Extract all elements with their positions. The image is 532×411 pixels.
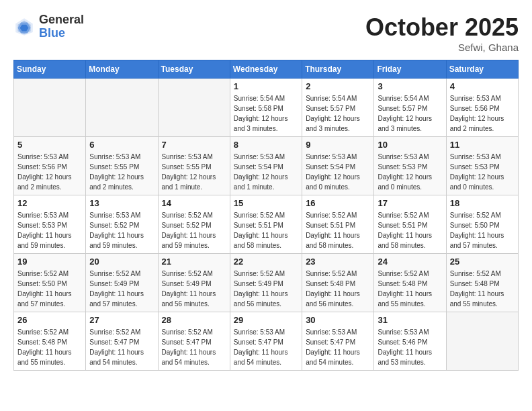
day-number: 6 — [89, 140, 154, 150]
day-number: 21 — [162, 257, 226, 267]
calendar-cell: 15Sunrise: 5:52 AMSunset: 5:51 PMDayligh… — [230, 195, 302, 254]
calendar-cell: 8Sunrise: 5:53 AMSunset: 5:54 PMDaylight… — [230, 137, 302, 195]
weekday-header: Monday — [86, 60, 158, 79]
logo: General Blue — [13, 13, 84, 40]
day-number: 3 — [378, 81, 442, 91]
day-info: Sunrise: 5:53 AMSunset: 5:56 PMDaylight:… — [17, 152, 82, 192]
weekday-header: Tuesday — [158, 60, 230, 79]
day-number: 7 — [162, 140, 226, 150]
day-number: 4 — [450, 81, 515, 91]
day-number: 5 — [17, 140, 82, 150]
logo-text: General Blue — [39, 13, 84, 40]
month-title: October 2025 — [365, 13, 519, 42]
calendar-cell: 20Sunrise: 5:52 AMSunset: 5:49 PMDayligh… — [86, 254, 158, 312]
day-number: 11 — [450, 140, 515, 150]
calendar-cell: 5Sunrise: 5:53 AMSunset: 5:56 PMDaylight… — [14, 137, 86, 195]
calendar-cell: 3Sunrise: 5:54 AMSunset: 5:57 PMDaylight… — [374, 79, 446, 137]
day-info: Sunrise: 5:52 AMSunset: 5:48 PMDaylight:… — [17, 327, 82, 367]
calendar-week-row: 12Sunrise: 5:53 AMSunset: 5:53 PMDayligh… — [14, 195, 519, 254]
day-info: Sunrise: 5:54 AMSunset: 5:57 PMDaylight:… — [378, 93, 442, 134]
calendar-cell: 2Sunrise: 5:54 AMSunset: 5:57 PMDaylight… — [302, 79, 374, 137]
day-number: 20 — [89, 257, 154, 267]
day-info: Sunrise: 5:52 AMSunset: 5:52 PMDaylight:… — [162, 210, 226, 250]
weekday-header: Sunday — [14, 60, 86, 79]
calendar-cell — [14, 79, 86, 137]
calendar-cell: 23Sunrise: 5:52 AMSunset: 5:48 PMDayligh… — [302, 254, 374, 312]
day-info: Sunrise: 5:53 AMSunset: 5:55 PMDaylight:… — [162, 152, 226, 192]
location: Sefwi, Ghana — [365, 42, 519, 53]
day-number: 19 — [17, 257, 82, 267]
day-info: Sunrise: 5:52 AMSunset: 5:51 PMDaylight:… — [306, 210, 370, 250]
calendar-cell: 21Sunrise: 5:52 AMSunset: 5:49 PMDayligh… — [158, 254, 230, 312]
day-number: 28 — [162, 315, 226, 325]
logo-blue: Blue — [39, 26, 65, 40]
day-info: Sunrise: 5:52 AMSunset: 5:51 PMDaylight:… — [378, 210, 442, 250]
day-number: 29 — [234, 315, 298, 325]
day-number: 24 — [378, 257, 442, 267]
day-info: Sunrise: 5:52 AMSunset: 5:50 PMDaylight:… — [450, 210, 515, 250]
calendar-cell: 12Sunrise: 5:53 AMSunset: 5:53 PMDayligh… — [14, 195, 86, 254]
day-info: Sunrise: 5:52 AMSunset: 5:51 PMDaylight:… — [234, 210, 298, 250]
day-number: 10 — [378, 140, 442, 150]
calendar-cell: 6Sunrise: 5:53 AMSunset: 5:55 PMDaylight… — [86, 137, 158, 195]
day-number: 22 — [234, 257, 298, 267]
day-number: 14 — [162, 198, 226, 208]
calendar-cell: 27Sunrise: 5:52 AMSunset: 5:47 PMDayligh… — [86, 312, 158, 371]
day-info: Sunrise: 5:54 AMSunset: 5:58 PMDaylight:… — [234, 93, 298, 134]
day-number: 27 — [89, 315, 154, 325]
logo-general: General — [39, 13, 84, 26]
page-header: General Blue October 2025 Sefwi, Ghana — [13, 13, 519, 53]
day-number: 1 — [234, 81, 298, 91]
day-number: 26 — [17, 315, 82, 325]
calendar-cell: 25Sunrise: 5:52 AMSunset: 5:48 PMDayligh… — [446, 254, 518, 312]
day-info: Sunrise: 5:52 AMSunset: 5:48 PMDaylight:… — [306, 269, 370, 309]
day-info: Sunrise: 5:53 AMSunset: 5:52 PMDaylight:… — [89, 210, 154, 250]
calendar-week-row: 19Sunrise: 5:52 AMSunset: 5:50 PMDayligh… — [14, 254, 519, 312]
day-number: 17 — [378, 198, 442, 208]
day-number: 2 — [306, 81, 370, 91]
calendar-cell: 1Sunrise: 5:54 AMSunset: 5:58 PMDaylight… — [230, 79, 302, 137]
calendar-cell — [158, 79, 230, 137]
calendar-cell: 18Sunrise: 5:52 AMSunset: 5:50 PMDayligh… — [446, 195, 518, 254]
day-number: 12 — [17, 198, 82, 208]
day-info: Sunrise: 5:53 AMSunset: 5:53 PMDaylight:… — [378, 152, 442, 192]
calendar-table: SundayMondayTuesdayWednesdayThursdayFrid… — [13, 60, 519, 371]
calendar-cell: 10Sunrise: 5:53 AMSunset: 5:53 PMDayligh… — [374, 137, 446, 195]
day-info: Sunrise: 5:52 AMSunset: 5:49 PMDaylight:… — [234, 269, 298, 309]
day-info: Sunrise: 5:53 AMSunset: 5:54 PMDaylight:… — [234, 152, 298, 192]
calendar-week-row: 26Sunrise: 5:52 AMSunset: 5:48 PMDayligh… — [14, 312, 519, 371]
calendar-cell: 26Sunrise: 5:52 AMSunset: 5:48 PMDayligh… — [14, 312, 86, 371]
day-info: Sunrise: 5:53 AMSunset: 5:56 PMDaylight:… — [450, 93, 515, 134]
weekday-header: Saturday — [446, 60, 518, 79]
calendar-cell — [86, 79, 158, 137]
calendar-week-row: 5Sunrise: 5:53 AMSunset: 5:56 PMDaylight… — [14, 137, 519, 195]
day-number: 8 — [234, 140, 298, 150]
logo-icon — [13, 16, 35, 38]
calendar-cell: 30Sunrise: 5:53 AMSunset: 5:47 PMDayligh… — [302, 312, 374, 371]
day-info: Sunrise: 5:53 AMSunset: 5:53 PMDaylight:… — [450, 152, 515, 192]
day-info: Sunrise: 5:53 AMSunset: 5:46 PMDaylight:… — [378, 327, 442, 367]
day-info: Sunrise: 5:52 AMSunset: 5:48 PMDaylight:… — [378, 269, 442, 309]
day-info: Sunrise: 5:52 AMSunset: 5:50 PMDaylight:… — [17, 269, 82, 309]
day-info: Sunrise: 5:52 AMSunset: 5:49 PMDaylight:… — [162, 269, 226, 309]
calendar-cell: 11Sunrise: 5:53 AMSunset: 5:53 PMDayligh… — [446, 137, 518, 195]
day-number: 31 — [378, 315, 442, 325]
day-info: Sunrise: 5:53 AMSunset: 5:47 PMDaylight:… — [306, 327, 370, 367]
weekday-header: Wednesday — [230, 60, 302, 79]
day-number: 18 — [450, 198, 515, 208]
calendar-cell: 29Sunrise: 5:53 AMSunset: 5:47 PMDayligh… — [230, 312, 302, 371]
day-number: 16 — [306, 198, 370, 208]
day-info: Sunrise: 5:52 AMSunset: 5:48 PMDaylight:… — [450, 269, 515, 309]
weekday-header: Thursday — [302, 60, 374, 79]
day-info: Sunrise: 5:53 AMSunset: 5:54 PMDaylight:… — [306, 152, 370, 192]
day-number: 9 — [306, 140, 370, 150]
day-number: 23 — [306, 257, 370, 267]
calendar-cell: 4Sunrise: 5:53 AMSunset: 5:56 PMDaylight… — [446, 79, 518, 137]
calendar-cell: 17Sunrise: 5:52 AMSunset: 5:51 PMDayligh… — [374, 195, 446, 254]
calendar-cell: 9Sunrise: 5:53 AMSunset: 5:54 PMDaylight… — [302, 137, 374, 195]
calendar-cell: 13Sunrise: 5:53 AMSunset: 5:52 PMDayligh… — [86, 195, 158, 254]
calendar-cell: 14Sunrise: 5:52 AMSunset: 5:52 PMDayligh… — [158, 195, 230, 254]
day-info: Sunrise: 5:53 AMSunset: 5:55 PMDaylight:… — [89, 152, 154, 192]
weekday-header-row: SundayMondayTuesdayWednesdayThursdayFrid… — [14, 60, 519, 79]
weekday-header: Friday — [374, 60, 446, 79]
